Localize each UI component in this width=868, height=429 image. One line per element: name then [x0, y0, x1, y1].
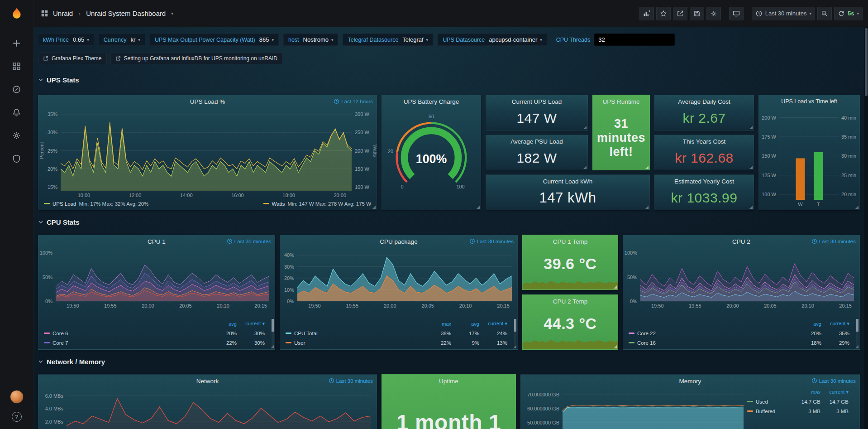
- add-panel-button[interactable]: [639, 7, 654, 20]
- variable-currency[interactable]: Currency kr▾: [99, 34, 145, 46]
- cpu2-chart[interactable]: 0%50%100%19:5019:5520:0020:0520:1020:15: [623, 248, 859, 309]
- dashboard-link-grafana-plex-theme[interactable]: Grafana Plex Theme: [38, 53, 107, 64]
- svg-text:20:00: 20:00: [384, 303, 396, 308]
- panel-title[interactable]: Average Daily Cost: [678, 98, 730, 105]
- time-override-cpu2[interactable]: Last 30 minutes: [811, 238, 856, 244]
- svg-text:19:55: 19:55: [689, 303, 701, 308]
- variable-value[interactable]: 865▾: [259, 36, 274, 43]
- svg-text:50%: 50%: [627, 275, 637, 280]
- panel-title[interactable]: UPS Battery Charge: [404, 98, 459, 105]
- cpu-threads-input[interactable]: [594, 34, 675, 46]
- memory-legend[interactable]: maxcurrent ▾Used14.7 GB14.7 GBBuffered3 …: [747, 387, 855, 416]
- panel-title[interactable]: Uptime: [439, 378, 458, 385]
- variable-kwh-price[interactable]: kWh Price 0.65▾: [38, 34, 94, 46]
- refresh-picker[interactable]: 5s ▾: [834, 7, 863, 20]
- alerting-bell-icon[interactable]: [11, 107, 22, 118]
- ups-load-chart[interactable]: 15%20%25%30%35%100 W150 W200 W250 W300 W…: [38, 108, 377, 199]
- dashboard-link-ups-monitoring-guide[interactable]: Setting up Grafana and InfluxDB for UPS …: [110, 53, 283, 64]
- grafana-logo-icon[interactable]: [0, 0, 33, 27]
- row-header-network-memory[interactable]: Network / Memory: [38, 356, 105, 367]
- panel-title[interactable]: Current UPS Load: [512, 98, 562, 105]
- time-range-picker[interactable]: Last 30 minutes ▾: [752, 7, 815, 20]
- variable-value[interactable]: 0.65▾: [73, 36, 89, 43]
- svg-text:10%: 10%: [284, 287, 294, 293]
- explore-compass-icon[interactable]: [11, 84, 22, 95]
- panel-title[interactable]: Estimated Yearly Cost: [674, 178, 734, 185]
- user-avatar[interactable]: [10, 390, 24, 404]
- chevron-down-icon: ▾: [540, 38, 542, 42]
- cpu-package-chart[interactable]: 0%10%20%30%40%19:5019:5520:0020:0520:102…: [280, 248, 517, 309]
- panel-title[interactable]: CPU 1 Temp: [553, 238, 587, 245]
- panel-title[interactable]: CPU 2 Temp: [553, 298, 587, 305]
- variable-cpu-threads: CPU Threads: [552, 31, 675, 48]
- variable-value[interactable]: Telegraf▾: [402, 36, 428, 43]
- stat-value: 31 minutes left!: [595, 108, 648, 168]
- star-button[interactable]: [656, 7, 671, 20]
- dashboard: kWh Price 0.65▾ Currency kr▾ UPS Max Out…: [33, 27, 868, 429]
- cycle-view-monitor-button[interactable]: [729, 7, 744, 20]
- apps-grid-icon[interactable]: [41, 10, 48, 17]
- stat-value: 147 kWh: [488, 188, 648, 208]
- memory-chart[interactable]: 50.000000 GB60.000000 GB70.000000 GB: [521, 386, 747, 429]
- cpu1-legend[interactable]: avgcurrent ▾Core 620%30%Core 722%30%: [44, 319, 271, 347]
- time-override-memory[interactable]: Last 30 minutes: [811, 378, 856, 384]
- create-plus-icon[interactable]: [11, 38, 22, 48]
- ups-load-vs-time-chart[interactable]: 100 W125 W150 W175 W200 W20 min25 min30 …: [759, 108, 859, 208]
- time-override-ups-load[interactable]: Last 12 hours: [334, 98, 373, 104]
- panel-title[interactable]: UPS Runtime: [603, 98, 640, 105]
- panel-title[interactable]: Memory: [679, 378, 701, 385]
- panel-title[interactable]: This Years Cost: [683, 138, 726, 145]
- variable-ups-datasource[interactable]: UPS Datasource apcupsd-container▾: [438, 34, 547, 46]
- svg-text:20:10: 20:10: [217, 303, 229, 308]
- breadcrumb-folder[interactable]: Unraid: [53, 10, 73, 17]
- panel-ups-load: UPS Load % Last 12 hours 15%20%25%30%35%…: [38, 95, 377, 210]
- time-override-cpu-package[interactable]: Last 30 minutes: [469, 238, 514, 244]
- dashboard-settings-gear-button[interactable]: [706, 7, 721, 20]
- variable-value[interactable]: apcupsd-container▾: [489, 36, 542, 43]
- variable-label: host: [288, 37, 299, 43]
- chevron-down-icon: ▾: [272, 38, 274, 42]
- breadcrumb-dashboard[interactable]: Unraid System Dashboard: [86, 10, 166, 17]
- share-button[interactable]: [673, 7, 687, 20]
- server-admin-shield-icon[interactable]: [11, 153, 22, 164]
- row-header-cpu-stats[interactable]: CPU Stats: [38, 216, 80, 228]
- panel-title[interactable]: CPU 2: [732, 238, 750, 245]
- panel-title[interactable]: UPS Load %: [190, 98, 225, 105]
- panel-title[interactable]: UPS Load vs Time left: [781, 98, 837, 105]
- stat-value: kr 1033.99: [657, 188, 752, 208]
- variable-ups-max-output[interactable]: UPS Max Output Power Capacity (Watt) 865…: [150, 34, 279, 46]
- variable-value[interactable]: Nostromo▾: [303, 36, 334, 43]
- panel-title[interactable]: CPU 1: [148, 238, 166, 245]
- svg-text:200 W: 200 W: [762, 115, 776, 121]
- scrollbar[interactable]: [864, 27, 868, 429]
- chevron-down-icon[interactable]: ▾: [171, 11, 173, 16]
- variable-value[interactable]: kr▾: [131, 36, 140, 43]
- stat-value: kr 2.67: [657, 108, 752, 128]
- cpu-package-legend[interactable]: maxavgcurrent ▾CPU Total38%17%24%User22%…: [286, 319, 514, 347]
- svg-text:Percent: Percent: [39, 142, 44, 159]
- panel-title[interactable]: Average PSU Load: [510, 138, 563, 145]
- time-override-cpu1[interactable]: Last 30 minutes: [227, 238, 271, 244]
- ups-load-legend[interactable]: UPS LoadMin: 17% Max: 32% Avg: 20%WattsM…: [44, 199, 371, 208]
- variable-host[interactable]: host Nostromo▾: [283, 34, 339, 46]
- variable-telegraf-datasource[interactable]: Telegraf Datasource Telegraf▾: [343, 34, 433, 46]
- cpu2-legend[interactable]: avgcurrent ▾Core 2220%35%Core 1618%29%: [629, 319, 856, 347]
- svg-text:200 W: 200 W: [355, 148, 369, 154]
- network-chart[interactable]: 2.0 MBs4.0 MBs6.0 MBs: [38, 387, 377, 429]
- scrollbar-thumb[interactable]: [865, 28, 868, 96]
- time-override-network[interactable]: Last 30 minutes: [329, 378, 373, 384]
- panel-title[interactable]: CPU package: [380, 238, 417, 245]
- dashboards-icon[interactable]: [11, 61, 22, 72]
- svg-text:40%: 40%: [284, 252, 294, 258]
- ups-battery-gauge[interactable]: 02050100100%: [382, 107, 481, 210]
- chevron-down-icon: ▾: [809, 11, 811, 16]
- panel-title[interactable]: Current Load kWh: [543, 178, 593, 185]
- row-header-ups-stats[interactable]: UPS Stats: [38, 74, 79, 86]
- save-button[interactable]: [690, 7, 704, 20]
- configuration-gear-icon[interactable]: [11, 130, 22, 141]
- panel-title[interactable]: Network: [196, 378, 219, 385]
- cpu1-chart[interactable]: 0%50%100%19:5019:5520:0020:0520:1020:15: [38, 248, 275, 309]
- help-icon[interactable]: ?: [12, 412, 22, 422]
- zoom-out-button[interactable]: [817, 7, 832, 20]
- svg-text:19:55: 19:55: [346, 303, 359, 308]
